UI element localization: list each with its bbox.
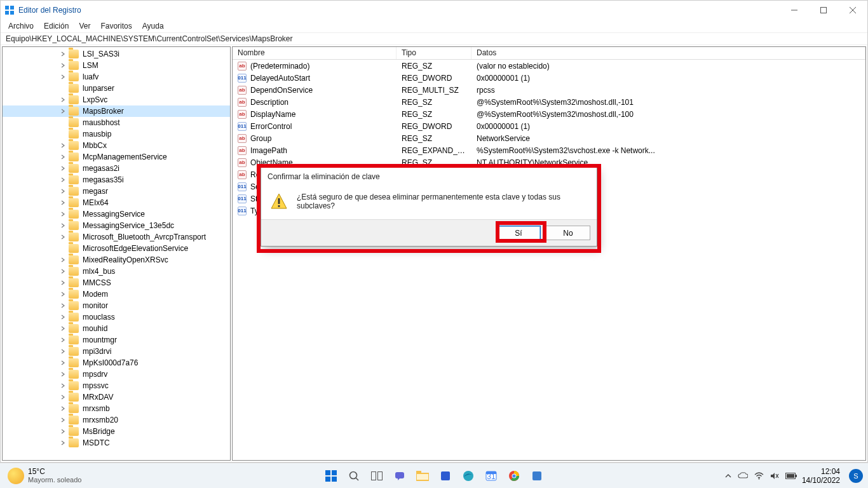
tree-item[interactable]: mpssvc [3,380,230,391]
tree-item[interactable]: Modem [3,288,230,300]
expander-icon[interactable] [58,109,67,114]
chrome-icon[interactable] [505,467,523,485]
expander-icon[interactable] [58,395,67,400]
app-icon-1[interactable] [437,467,454,485]
expander-icon[interactable] [58,360,67,365]
menu-favoritos[interactable]: Favoritos [95,20,137,32]
search-icon[interactable] [345,467,363,485]
tree-item[interactable]: mouclass [3,311,230,323]
expander-icon[interactable] [58,269,67,274]
list-row[interactable]: abImagePathREG_EXPAND_SZ%SystemRoot%\Sys… [233,144,865,156]
tree-item[interactable]: Microsoft_Bluetooth_AvrcpTransport [3,231,230,243]
tree-item[interactable]: mrxsmb [3,403,230,414]
tree-item[interactable]: MicrosoftEdgeElevationService [3,243,230,254]
tree-pane[interactable]: LSI_SAS3iLSMluafvlunparserLxpSvcMapsBrok… [2,46,231,461]
tree-item[interactable]: megasas2i [3,163,230,174]
tree-item[interactable]: monitor [3,300,230,311]
expander-icon[interactable] [58,234,67,240]
expander-icon[interactable] [58,189,67,194]
expander-icon[interactable] [58,200,67,205]
expander-icon[interactable] [58,383,67,388]
start-button[interactable] [322,467,340,485]
tree-item[interactable]: MessagingService [3,208,230,220]
tree-item[interactable]: mausbip [3,128,230,140]
expander-icon[interactable] [58,51,67,57]
tree-item[interactable]: mountmgr [3,334,230,346]
expander-icon[interactable] [58,406,67,411]
app-icon-2[interactable] [528,467,546,485]
tree-item[interactable]: MapsBroker [3,105,230,117]
tree-item[interactable]: MixedRealityOpenXRSvc [3,254,230,266]
tree-item[interactable]: LSI_SAS3i [3,48,230,60]
expander-icon[interactable] [58,440,67,445]
expander-icon[interactable] [58,166,67,171]
list-row[interactable]: ab(Predeterminado)REG_SZ(valor no establ… [233,60,865,72]
tree-item[interactable]: MsBridge [3,426,230,437]
list-row[interactable]: abDescriptionREG_SZ@%SystemRoot%\System3… [233,96,865,108]
edge-icon[interactable] [459,467,477,485]
expander-icon[interactable] [58,349,67,354]
menu-ver[interactable]: Ver [74,20,95,32]
expander-icon[interactable] [58,337,67,342]
expander-icon[interactable] [58,326,67,331]
address-bar[interactable]: Equipo\HKEY_LOCAL_MACHINE\SYSTEM\Current… [1,32,867,45]
tree-item[interactable]: mpi3drvi [3,346,230,357]
minimize-button[interactable] [780,1,809,20]
close-button[interactable] [838,1,867,20]
tree-item[interactable]: MSDTC [3,437,230,449]
list-row[interactable]: 011DelayedAutoStartREG_DWORD0x00000001 (… [233,72,865,84]
tree-item[interactable]: LSM [3,60,230,71]
expander-icon[interactable] [58,63,67,68]
list-row[interactable]: abGroupREG_SZNetworkService [233,132,865,144]
menu-archivo[interactable]: Archivo [3,20,39,32]
calendar-icon[interactable]: 31 [482,467,500,485]
chat-icon[interactable] [391,467,409,485]
maximize-button[interactable] [809,1,838,20]
expander-icon[interactable] [58,177,67,182]
list-pane[interactable]: Nombre Tipo Datos ab(Predeterminado)REG_… [232,46,866,461]
expander-icon[interactable] [58,223,67,228]
expander-icon[interactable] [58,303,67,308]
menu-ayuda[interactable]: Ayuda [137,20,169,32]
tree-item[interactable]: mouhid [3,323,230,334]
list-row[interactable]: abDependOnServiceREG_MULTI_SZrpcss [233,84,865,96]
expander-icon[interactable] [58,280,67,285]
col-type[interactable]: Tipo [397,47,471,59]
explorer-icon[interactable] [414,467,431,485]
tree-item[interactable]: MessagingService_13e5dc [3,220,230,231]
tree-item[interactable]: lunparser [3,83,230,94]
expander-icon[interactable] [58,315,67,320]
expander-icon[interactable] [58,417,67,423]
tree-item[interactable]: MRxDAV [3,391,230,403]
tree-item[interactable]: MMCSS [3,277,230,288]
tree-item[interactable]: luafv [3,71,230,83]
tree-item[interactable]: MpKsI000d7a76 [3,357,230,369]
expander-icon[interactable] [58,212,67,217]
tree-item[interactable]: McpManagementService [3,151,230,163]
expander-icon[interactable] [58,429,67,434]
tree-item[interactable]: megasas35i [3,174,230,186]
col-name[interactable]: Nombre [233,47,397,59]
expander-icon[interactable] [58,143,67,148]
yes-button[interactable]: Sí [496,226,541,240]
tree-item[interactable]: MbbCx [3,140,230,151]
tree-item[interactable]: mausbhost [3,117,230,128]
list-row[interactable]: abDisplayNameREG_SZ@%SystemRoot%\System3… [233,108,865,120]
tree-item[interactable]: MEIx64 [3,197,230,208]
tree-item[interactable]: megasr [3,186,230,197]
expander-icon[interactable] [58,372,67,377]
expander-icon[interactable] [58,257,67,262]
tree-item[interactable]: mlx4_bus [3,266,230,277]
menu-edición[interactable]: Edición [39,20,74,32]
expander-icon[interactable] [58,292,67,297]
expander-icon[interactable] [58,74,67,79]
col-data[interactable]: Datos [471,47,865,59]
tree-item[interactable]: mpsdrv [3,369,230,380]
tree-item[interactable]: mrxsmb20 [3,414,230,426]
no-button[interactable]: No [546,226,590,240]
taskview-icon[interactable] [368,467,386,485]
expander-icon[interactable] [58,154,67,159]
tree-item[interactable]: LxpSvc [3,94,230,105]
expander-icon[interactable] [58,97,67,102]
list-row[interactable]: 011ErrorControlREG_DWORD0x00000001 (1) [233,120,865,132]
